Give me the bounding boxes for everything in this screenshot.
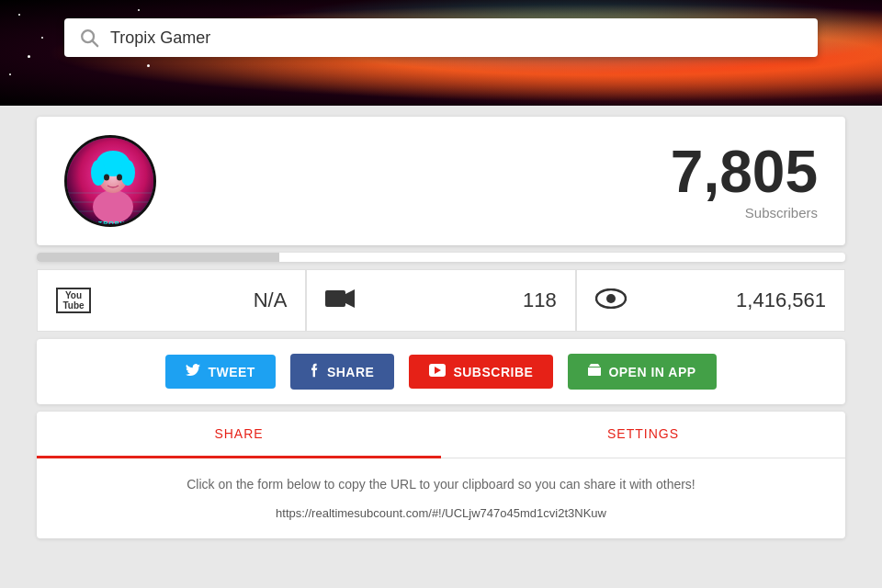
progress-bar (37, 253, 279, 262)
svg-point-6 (93, 190, 133, 223)
channel-card: TROPIX 7,805 Subscribers (37, 117, 845, 245)
subscriber-count: 7,805 (671, 142, 818, 201)
svg-point-20 (592, 365, 593, 366)
tabs-content: Click on the form below to copy the URL … (37, 458, 845, 538)
hero-banner: Tropix Gamer (0, 0, 882, 106)
subscribe-label: SUBSCRIBE (453, 365, 533, 379)
progress-bar-row (37, 253, 845, 262)
avatar: TROPIX (64, 135, 156, 227)
youtube-icon: You Tube (56, 288, 91, 313)
subscriber-label: Subscribers (671, 205, 818, 220)
share-url[interactable]: https://realtimesubcount.com/#!/UCLjw747… (74, 506, 808, 520)
tweet-label: TWEET (208, 365, 255, 379)
facebook-icon (311, 363, 320, 380)
open-in-app-label: OPEN IN APP (608, 365, 695, 379)
yt-subscribe-icon (429, 364, 446, 379)
tab-share[interactable]: SHARE (37, 412, 441, 458)
tabs-section: SHARE SETTINGS Click on the form below t… (37, 412, 845, 538)
stat-value-videos: 118 (523, 288, 557, 312)
tab-settings[interactable]: SETTINGS (441, 412, 845, 458)
svg-point-11 (104, 175, 109, 181)
share-button[interactable]: SHARE (290, 354, 395, 390)
stat-card-videos: 118 (306, 269, 575, 332)
share-label: SHARE (327, 365, 375, 379)
search-bar[interactable]: Tropix Gamer (64, 18, 818, 57)
svg-point-17 (606, 294, 616, 303)
stat-value-views: 1,416,561 (736, 288, 826, 312)
open-in-app-button[interactable]: OPEN IN APP (568, 354, 716, 390)
avatar-illustration: TROPIX (67, 138, 156, 227)
svg-point-12 (117, 175, 122, 181)
twitter-icon (186, 364, 200, 379)
stat-value-youtube: N/A (254, 288, 288, 312)
tweet-button[interactable]: TWEET (165, 355, 276, 389)
subscribe-button[interactable]: SUBSCRIBE (409, 355, 553, 389)
svg-text:TROPIX: TROPIX (98, 220, 128, 227)
buttons-row: TWEET SHARE SUBSCRIBE (37, 339, 845, 404)
svg-marker-15 (345, 289, 355, 308)
svg-point-9 (91, 160, 106, 186)
share-description: Click on the form below to copy the URL … (74, 477, 808, 492)
main-content: TROPIX 7,805 Subscribers You Tube (37, 106, 845, 538)
tabs-header: SHARE SETTINGS (37, 412, 845, 458)
svg-point-21 (597, 365, 598, 366)
search-icon (79, 28, 99, 48)
android-icon (588, 363, 601, 380)
svg-rect-14 (325, 290, 345, 307)
camera-icon (325, 287, 355, 314)
svg-line-1 (93, 41, 98, 46)
stats-row: You Tube N/A 118 (37, 269, 845, 332)
stat-card-views: 1,416,561 (576, 269, 845, 332)
stat-card-youtube: You Tube N/A (37, 269, 306, 332)
subscriber-block: 7,805 Subscribers (671, 142, 818, 220)
svg-point-10 (120, 160, 135, 186)
search-input[interactable]: Tropix Gamer (110, 28, 803, 48)
eye-icon (595, 288, 627, 312)
